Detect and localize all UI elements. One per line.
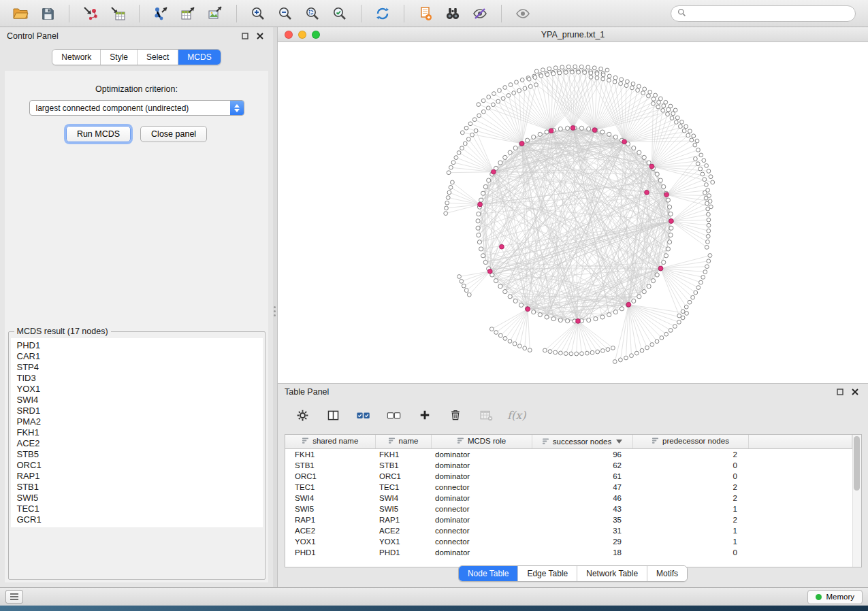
column-label: successor nodes	[553, 437, 611, 446]
table-row[interactable]: TEC1TEC1connector472	[285, 482, 852, 493]
node-table-body: FKH1FKH1dominator962STB1STB1dominator620…	[285, 448, 852, 558]
criterion-dropdown[interactable]: largest connected component (undirected)	[29, 100, 244, 116]
table-row[interactable]: ACE2ACE2connector311	[285, 525, 852, 536]
close-window-icon[interactable]	[285, 31, 293, 39]
close-panel-button[interactable]: Close panel	[140, 126, 207, 142]
result-node[interactable]: FKH1	[11, 427, 263, 438]
zoom-out-icon[interactable]	[273, 3, 298, 24]
export-network-icon[interactable]	[148, 3, 173, 24]
toolbar-separator	[501, 5, 502, 22]
result-node[interactable]: ORC1	[11, 460, 263, 471]
memory-button[interactable]: Memory	[807, 590, 863, 604]
table-row[interactable]: SWI5SWI5connector431	[285, 503, 852, 514]
column-header-name[interactable]: name	[375, 435, 431, 448]
table-tab-edge-table[interactable]: Edge Table	[518, 566, 577, 581]
table-tab-network-table[interactable]: Network Table	[577, 566, 647, 581]
dropdown-stepper-icon	[230, 101, 244, 115]
result-node[interactable]: GCR1	[11, 514, 263, 525]
network-title: YPA_prune.txt_1	[541, 30, 605, 39]
close-table-panel-icon[interactable]	[849, 386, 861, 397]
clone-network-icon[interactable]	[413, 3, 438, 24]
table-row[interactable]: RAP1RAP1dominator352	[285, 514, 852, 525]
control-panel: Control Panel NetworkStyleSelectMCDS Opt…	[0, 27, 273, 587]
control-panel-tabs: NetworkStyleSelectMCDS	[52, 49, 221, 65]
refresh-icon[interactable]	[370, 3, 395, 24]
zoom-fit-icon[interactable]	[300, 3, 325, 24]
add-column-icon[interactable]	[415, 406, 434, 425]
result-node[interactable]: YOX1	[11, 384, 263, 395]
table-row[interactable]: PHD1PHD1dominator180	[285, 547, 852, 558]
tab-network[interactable]: Network	[52, 50, 101, 65]
result-node[interactable]: TEC1	[11, 503, 263, 514]
tab-select[interactable]: Select	[138, 50, 178, 65]
result-node[interactable]: PHD1	[11, 340, 263, 351]
scrollbar-thumb[interactable]	[854, 436, 860, 491]
network-canvas[interactable]	[278, 42, 868, 382]
mcds-result-list[interactable]: PHD1CAR1STP4TID3YOX1SWI4SRD1PMA2FKH1ACE2…	[11, 338, 263, 527]
result-node[interactable]: SRD1	[11, 406, 263, 416]
result-node[interactable]: ACE2	[11, 438, 263, 449]
search-input[interactable]	[690, 9, 849, 18]
network-window-titlebar[interactable]: YPA_prune.txt_1	[278, 27, 868, 42]
result-node[interactable]: STB1	[11, 482, 263, 493]
import-table-icon[interactable]	[106, 3, 130, 24]
deselect-all-rows-icon[interactable]	[385, 406, 404, 425]
tab-style[interactable]: Style	[101, 50, 138, 65]
column-header-successor-nodes[interactable]: successor nodes	[532, 435, 632, 448]
float-table-panel-icon[interactable]	[834, 386, 846, 397]
table-panel-tabs: Node TableEdge TableNetwork TableMotifs	[458, 565, 688, 582]
delete-table-icon-disabled	[477, 406, 496, 425]
table-scrollbar[interactable]	[852, 435, 861, 567]
result-node[interactable]: STP4	[11, 362, 263, 373]
table-row[interactable]: SWI4SWI4dominator462	[285, 493, 852, 503]
show-columns-icon[interactable]	[323, 406, 342, 425]
search-network-icon[interactable]	[440, 3, 465, 24]
table-settings-gear-icon[interactable]	[293, 406, 312, 425]
search-field[interactable]	[671, 5, 856, 22]
tab-mcds[interactable]: MCDS	[178, 50, 220, 65]
status-bar: Memory	[0, 587, 868, 606]
zoom-selected-icon[interactable]	[327, 3, 352, 24]
column-header-predecessor-nodes[interactable]: predecessor nodes	[632, 435, 748, 448]
memory-status-icon	[816, 594, 822, 600]
table-row[interactable]: YOX1YOX1connector291	[285, 536, 852, 547]
application-window: Control Panel NetworkStyleSelectMCDS Opt…	[0, 0, 868, 611]
control-panel-title: Control Panel	[7, 31, 59, 41]
export-image-icon[interactable]	[203, 3, 227, 24]
control-panel-header: Control Panel	[0, 27, 273, 45]
result-node[interactable]: PMA2	[11, 416, 263, 427]
table-row[interactable]: ORC1ORC1dominator610	[285, 471, 852, 482]
open-file-icon[interactable]	[8, 3, 33, 24]
table-panel: Table Panel f(x) shared namenameMCDS rol…	[277, 383, 868, 587]
delete-column-icon[interactable]	[446, 406, 465, 425]
maximize-window-icon[interactable]	[312, 31, 320, 39]
column-sort-icon	[388, 437, 396, 446]
table-panel-header: Table Panel	[278, 384, 868, 400]
show-panels-list-icon[interactable]	[5, 590, 23, 604]
run-mcds-button[interactable]: Run MCDS	[66, 126, 131, 142]
table-tab-motifs[interactable]: Motifs	[647, 566, 687, 581]
show-elements-icon[interactable]	[511, 3, 535, 24]
save-session-icon[interactable]	[35, 3, 60, 24]
column-header-MCDS-role[interactable]: MCDS role	[431, 435, 532, 448]
result-node[interactable]: SWI5	[11, 493, 263, 503]
zoom-in-icon[interactable]	[246, 3, 270, 24]
float-panel-icon[interactable]	[239, 31, 251, 42]
result-node[interactable]: SWI4	[11, 395, 263, 406]
table-tab-node-table[interactable]: Node Table	[459, 566, 519, 581]
close-panel-icon[interactable]	[254, 31, 266, 42]
result-node[interactable]: CAR1	[11, 351, 263, 362]
table-row[interactable]: STB1STB1dominator620	[285, 460, 852, 471]
result-node[interactable]: STB5	[11, 449, 263, 460]
minimize-window-icon[interactable]	[298, 31, 306, 39]
select-all-rows-icon[interactable]	[354, 406, 373, 425]
table-panel-title: Table Panel	[285, 387, 329, 397]
import-network-icon[interactable]	[78, 3, 103, 24]
hide-elements-icon[interactable]	[468, 3, 492, 24]
column-header-shared-name[interactable]: shared name	[285, 435, 375, 448]
export-table-icon[interactable]	[176, 3, 200, 24]
table-row[interactable]: FKH1FKH1dominator962	[285, 448, 852, 460]
result-node[interactable]: TID3	[11, 373, 263, 384]
optimization-criterion-label: Optimization criterion:	[95, 84, 178, 94]
result-node[interactable]: RAP1	[11, 471, 263, 482]
